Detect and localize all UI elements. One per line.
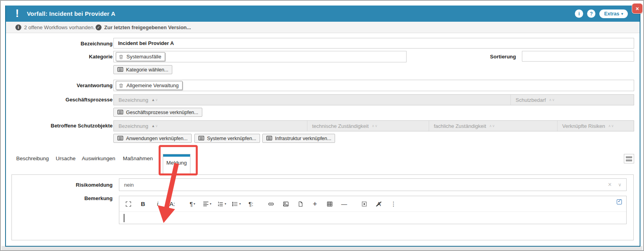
kategorie-waehlen-button[interactable]: Kategorie wählen... bbox=[113, 65, 172, 74]
insert-file-icon[interactable] bbox=[295, 199, 305, 209]
more-options-icon[interactable]: ⋮ bbox=[388, 199, 399, 209]
verantwortung-tag[interactable]: Allgemeine Verwaltung bbox=[116, 81, 183, 90]
risikomeldung-value: nein bbox=[124, 182, 134, 188]
kategorie-label: Kategorie bbox=[11, 54, 113, 60]
clear-icon[interactable]: × bbox=[608, 181, 612, 188]
list-box-icon bbox=[117, 136, 123, 141]
geschaeftsprozesse-verknuepfen-label: Geschäftsprozesse verknüpfen... bbox=[126, 110, 198, 115]
last-version-link[interactable]: Zur letzten freigegebenen Version... bbox=[104, 24, 191, 30]
sortierung-label: Sortierung bbox=[437, 54, 516, 60]
column-header-fachliche-zustaendigkeit[interactable]: fachliche Zuständigkeit ∧∨ bbox=[429, 121, 557, 131]
risikomeldung-select[interactable]: nein × ∨ bbox=[119, 178, 627, 191]
info-button[interactable]: i bbox=[575, 9, 583, 18]
layout-toggle-button[interactable] bbox=[624, 154, 634, 163]
bold-icon[interactable]: B bbox=[138, 199, 148, 209]
align-icon[interactable]: ▾ bbox=[202, 199, 212, 209]
tab-massnahmen[interactable]: Maßnahmen bbox=[123, 155, 153, 161]
unordered-list-icon[interactable]: ▾ bbox=[231, 199, 241, 209]
text-cursor bbox=[124, 214, 124, 222]
tab-beschreibung[interactable]: Beschreibung bbox=[16, 155, 49, 161]
geschaeftsprozesse-verknuepfen-button[interactable]: Geschäftsprozesse verknüpfen... bbox=[113, 108, 202, 117]
incident-window: ! Vorfall: Incident bei Provider A i ? E… bbox=[5, 6, 640, 247]
tab-meldung[interactable]: Meldung bbox=[163, 154, 190, 174]
sort-arrows-icon: ▲∨ bbox=[151, 124, 158, 128]
list-box-icon bbox=[117, 110, 123, 115]
column-label: Bezeichnung bbox=[119, 123, 148, 129]
column-label: fachliche Zuständigkeit bbox=[434, 123, 486, 129]
titlebar-controls: i ? Extras ▾ bbox=[575, 6, 628, 22]
verantwortung-field[interactable]: Allgemeine Verwaltung bbox=[113, 80, 634, 91]
info-icon: i bbox=[578, 11, 580, 17]
extras-label: Extras bbox=[604, 11, 619, 17]
ordered-list-icon[interactable]: ▾ bbox=[217, 199, 227, 209]
anwendungen-verknuepfen-button[interactable]: Anwendungen verknüpfen... bbox=[113, 134, 192, 143]
systeme-verknuepfen-button[interactable]: Systeme verknüpfen... bbox=[194, 134, 260, 143]
infrastruktur-verknuepfen-button[interactable]: Infrastruktur verknüpfen... bbox=[262, 134, 335, 143]
insert-link-icon[interactable] bbox=[266, 199, 276, 209]
schutzobjekte-label: Betroffene Schutzobjekte bbox=[11, 123, 113, 129]
page: ! Vorfall: Incident bei Provider A i ? E… bbox=[0, 0, 644, 251]
column-label: technische Zuständigkeit bbox=[312, 123, 369, 129]
column-label: Verknüpfte Risiken bbox=[562, 123, 605, 129]
italic-icon[interactable]: i bbox=[153, 199, 163, 209]
kategorie-field[interactable]: Systemausfälle bbox=[113, 51, 407, 62]
extras-button[interactable]: Extras ▾ bbox=[599, 9, 628, 18]
column-header-verknuepfte-risiken[interactable]: Verknüpfte Risiken ∧∨ bbox=[557, 121, 634, 131]
sort-arrows-icon: ∧∨ bbox=[608, 124, 614, 128]
sort-arrows-icon: ∧∨ bbox=[549, 98, 555, 102]
kategorie-tag[interactable]: Systemausfälle bbox=[116, 52, 165, 61]
column-header-technische-zustaendigkeit[interactable]: technische Zuständigkeit ∧∨ bbox=[307, 121, 429, 131]
help-button[interactable]: ? bbox=[587, 9, 595, 18]
infrastruktur-verknuepfen-label: Infrastruktur verknüpfen... bbox=[275, 136, 331, 141]
paragraph-style-icon[interactable]: ¶: bbox=[246, 199, 256, 209]
close-button[interactable]: × bbox=[632, 3, 643, 14]
close-icon: × bbox=[636, 6, 639, 12]
clear-formatting-icon[interactable]: A bbox=[374, 199, 384, 209]
sort-arrows-icon: ∧∨ bbox=[372, 124, 378, 128]
editor-checkbox[interactable]: ✓ bbox=[617, 199, 622, 204]
tab-auswirkungen[interactable]: Auswirkungen bbox=[82, 155, 115, 161]
fullscreen-icon[interactable] bbox=[123, 199, 134, 209]
notice-bar: i 2 offene Workflows vorhanden. ✓ Zur le… bbox=[6, 22, 640, 33]
check-circle-icon: ✓ bbox=[96, 24, 102, 30]
two-bars-icon bbox=[626, 159, 632, 161]
chevron-down-icon: ▾ bbox=[621, 12, 623, 16]
insert-image-icon[interactable] bbox=[281, 199, 291, 209]
alert-icon: ! bbox=[15, 8, 19, 19]
schutzobjekte-table-header: Bezeichnung ▲∨ technische Zuständigkeit … bbox=[113, 120, 634, 131]
geschaeftsprozesse-table-header: Bezeichnung ▲∨ Schutzbedarf ∧∨ bbox=[113, 94, 634, 105]
bemerkung-editor: B i A: ¶▾ ▾ ▾ ▾ ¶: bbox=[119, 196, 627, 224]
select-all-icon[interactable] bbox=[359, 199, 369, 209]
sortierung-input[interactable] bbox=[522, 51, 634, 62]
trash-icon[interactable] bbox=[119, 54, 124, 60]
window-titlebar: ! Vorfall: Incident bei Provider A i ? E… bbox=[6, 6, 640, 22]
insert-table-icon[interactable] bbox=[324, 199, 335, 209]
quick-insert-icon[interactable]: + bbox=[310, 199, 320, 209]
list-box-icon bbox=[266, 136, 272, 141]
chevron-down-icon[interactable]: ∨ bbox=[618, 182, 621, 187]
list-box-icon bbox=[117, 67, 123, 72]
list-box-icon bbox=[198, 136, 204, 141]
paragraph-format-icon[interactable]: ¶▾ bbox=[187, 199, 198, 209]
font-size-icon[interactable]: A: bbox=[167, 199, 177, 209]
column-header-bezeichnung[interactable]: Bezeichnung ▲∨ bbox=[114, 95, 510, 105]
anwendungen-verknuepfen-label: Anwendungen verknüpfen... bbox=[126, 136, 188, 141]
check-icon: ✓ bbox=[618, 198, 621, 204]
editor-toolbar: B i A: ¶▾ ▾ ▾ ▾ ¶: bbox=[119, 196, 626, 212]
kategorie-waehlen-label: Kategorie wählen... bbox=[126, 67, 168, 73]
column-header-bezeichnung[interactable]: Bezeichnung ▲∨ bbox=[114, 121, 307, 131]
systeme-verknuepfen-label: Systeme verknüpfen... bbox=[207, 136, 256, 141]
window-title: Vorfall: Incident bei Provider A bbox=[27, 10, 115, 17]
column-header-schutzbedarf[interactable]: Schutzbedarf ∧∨ bbox=[510, 95, 634, 105]
column-label: Schutzbedarf bbox=[516, 97, 546, 103]
horizontal-line-icon[interactable]: — bbox=[339, 199, 349, 209]
risikomeldung-label: Risikomeldung bbox=[11, 182, 113, 188]
trash-icon[interactable] bbox=[119, 83, 124, 88]
tab-ursache[interactable]: Ursache bbox=[56, 155, 75, 161]
info-circle-icon: i bbox=[15, 24, 21, 30]
bezeichnung-input[interactable] bbox=[113, 38, 634, 49]
verantwortung-tag-label: Allgemeine Verwaltung bbox=[126, 82, 179, 88]
verantwortung-label: Verantwortung bbox=[11, 82, 113, 88]
bezeichnung-label: Bezeichnung bbox=[11, 41, 113, 47]
editor-content[interactable] bbox=[119, 212, 626, 224]
